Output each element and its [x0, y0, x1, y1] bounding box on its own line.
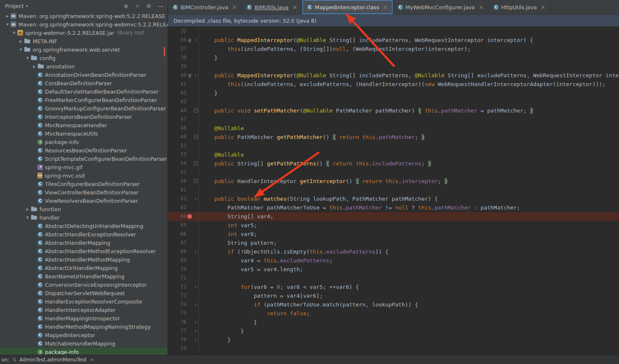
tree-item[interactable]: spring-mvc.xsd — [0, 171, 168, 180]
code-line[interactable]: 44 public void setPathMatcher(@Nullable … — [168, 106, 619, 115]
line-number[interactable]: 69 — [168, 256, 186, 265]
line-number[interactable]: 39 — [168, 62, 186, 71]
tree-item[interactable]: DefaultServletHandlerBeanDefinitionParse… — [0, 87, 168, 96]
line-number[interactable]: 78 — [168, 335, 186, 344]
folded-region-icon[interactable] — [194, 161, 198, 165]
code-line[interactable]: 70 var5 = var4.length; — [168, 265, 619, 274]
tree-item[interactable]: ViewResolversBeanDefinitionParser — [0, 196, 168, 205]
chevron-expanded-icon[interactable]: ▼ — [24, 56, 31, 60]
line-number[interactable]: 49 — [168, 133, 186, 141]
code-line[interactable]: 68∨ if (!ObjectUtils.isEmpty(this.exclud… — [168, 247, 619, 256]
tab-close-icon[interactable]: × — [232, 4, 237, 10]
code-line[interactable]: 61 — [168, 186, 619, 194]
code-area[interactable]: 3536@∨ public MappedInterceptor(@Nullabl… — [168, 26, 619, 355]
editor-tab[interactable]: BIMController.java× — [168, 0, 242, 14]
folded-region-icon[interactable] — [194, 179, 198, 183]
tree-item[interactable]: ScriptTemplateConfigurerBeanDefinitionPa… — [0, 155, 168, 163]
code-line[interactable]: 69 var4 = this.excludePatterns; — [168, 256, 619, 265]
breakpoint-icon[interactable] — [187, 214, 192, 219]
project-view-selector[interactable]: Project ▾ — [5, 3, 28, 9]
line-number[interactable]: 53 — [168, 150, 186, 159]
tab-close-icon[interactable]: × — [292, 4, 297, 10]
fold-open-icon[interactable]: ∨ — [193, 300, 198, 309]
tree-item[interactable]: ViewControllerBeanDefinitionParser — [0, 188, 168, 196]
tree-item[interactable]: CorsBeanDefinitionParser — [0, 79, 168, 87]
tree-item[interactable]: AbstractHandlerMethodMapping — [0, 255, 168, 264]
folded-region-icon[interactable] — [194, 108, 198, 113]
line-number[interactable]: 75 — [168, 309, 186, 318]
line-number[interactable]: 36 — [168, 36, 186, 45]
tree-item[interactable]: ResourcesBeanDefinitionParser — [0, 146, 168, 155]
code-line[interactable]: 53 @Nullable — [168, 150, 619, 159]
chevron-collapsed-icon[interactable]: ▶ — [18, 39, 24, 43]
tree-item[interactable]: ConversionServiceExposingInterceptor — [0, 280, 168, 289]
line-number[interactable]: 38 — [168, 53, 186, 62]
code-line[interactable]: 65 int var5; — [168, 221, 619, 230]
line-number[interactable]: 70 — [168, 265, 186, 274]
fold-open-icon[interactable]: ∨ — [193, 283, 198, 291]
code-line[interactable]: 39 — [168, 62, 619, 71]
close-icon[interactable]: × — [89, 356, 94, 363]
code-line[interactable]: 48 @Nullable — [168, 124, 619, 133]
line-number[interactable]: 42 — [168, 89, 186, 97]
tree-item[interactable]: GroovyMarkupConfigurerBeanDefinitionPars… — [0, 104, 168, 113]
fold-open-icon[interactable]: ∨ — [193, 71, 198, 80]
tree-item[interactable]: ▼spring-webmvc-5.2.2.RELEASE.jarlibrary … — [0, 29, 168, 37]
code-line[interactable]: 67 String pattern; — [168, 238, 619, 247]
line-number[interactable]: 61 — [168, 186, 186, 194]
chevron-expanded-icon[interactable]: ▼ — [4, 23, 10, 26]
line-number[interactable]: 37 — [168, 45, 186, 53]
code-line[interactable]: 41 this(includePatterns, excludePatterns… — [168, 80, 619, 89]
code-line[interactable]: 54 public String[] getPathPatterns() { r… — [168, 159, 619, 168]
chevron-collapsed-icon[interactable]: ▶ — [4, 14, 10, 18]
code-line[interactable]: 64 String[] var4; — [168, 212, 619, 221]
tree-item[interactable]: ▼org.springframework.web.servlet — [0, 45, 168, 54]
code-line[interactable]: 37 this(includePatterns, (String[])null,… — [168, 45, 619, 53]
code-line[interactable]: 78∧ } — [168, 335, 619, 344]
line-number[interactable]: 67 — [168, 238, 186, 247]
code-line[interactable]: 66 int var6; — [168, 230, 619, 238]
tree-item[interactable]: FreeMarkerConfigurerBeanDefinitionParser — [0, 96, 168, 104]
line-number[interactable]: 40 — [168, 71, 186, 80]
line-number[interactable]: 58 — [168, 177, 186, 186]
fold-end-icon[interactable]: ∧ — [193, 327, 198, 335]
tab-close-icon[interactable]: × — [479, 4, 484, 10]
tree-item[interactable]: ▼handler — [0, 213, 168, 222]
chevron-expanded-icon[interactable]: ▼ — [18, 48, 24, 52]
code-line[interactable]: 77∧ } — [168, 327, 619, 335]
line-number[interactable]: 79 — [168, 344, 186, 353]
code-line[interactable]: 57 — [168, 168, 619, 177]
line-number[interactable]: 71 — [168, 274, 186, 283]
settings-gear-icon[interactable]: ⚙ — [146, 3, 151, 9]
hide-panel-icon[interactable]: — — [158, 3, 163, 9]
line-number[interactable]: 64 — [168, 212, 186, 221]
run-config-label[interactable]: AdminTest.adminMenuTest — [19, 357, 87, 363]
tree-item[interactable]: MvcNamespaceHandler — [0, 121, 168, 129]
fold-open-icon[interactable]: ∨ — [193, 36, 198, 45]
tree-item[interactable]: ▶function — [0, 205, 168, 213]
code-line[interactable]: 62∨ public boolean matches(String lookup… — [168, 194, 619, 203]
fold-open-icon[interactable]: ∨ — [193, 194, 198, 203]
tree-item[interactable]: ▼Maven: org.springframework:spring-webmv… — [0, 20, 168, 29]
tree-item[interactable]: MvcNamespaceUtils — [0, 129, 168, 138]
code-line[interactable]: 74∨ if (pathMatcherToUse.match(pattern, … — [168, 300, 619, 309]
tree-item[interactable]: package-info — [0, 348, 168, 355]
line-number[interactable]: 54 — [168, 159, 186, 168]
line-number[interactable]: 48 — [168, 124, 186, 133]
tree-item[interactable]: ▶META-INF — [0, 37, 168, 45]
tree-item[interactable]: AbstractHandlerExceptionResolver — [0, 230, 168, 238]
code-line[interactable]: 47 — [168, 115, 619, 124]
code-line[interactable]: 79 — [168, 344, 619, 353]
tree-item[interactable]: DispatcherServletWebRequest — [0, 289, 168, 297]
tree-item[interactable]: AnnotationDrivenBeanDefinitionParser — [0, 71, 168, 79]
tree-item[interactable]: HandlerExceptionResolverComposite — [0, 297, 168, 306]
code-line[interactable]: 40@∨ public MappedInterceptor(@Nullable … — [168, 71, 619, 80]
tree-item[interactable]: AbstractDetectingUrlHandlerMapping — [0, 222, 168, 230]
code-line[interactable]: 35 — [168, 27, 619, 36]
tree-item[interactable]: MappedInterceptor — [0, 331, 168, 339]
code-line[interactable]: 72∨ for(var6 = 0; var6 < var5; ++var6) { — [168, 283, 619, 291]
code-line[interactable]: 71 — [168, 274, 619, 283]
editor-tab[interactable]: BIMUtils.java× — [242, 0, 302, 14]
chevron-expanded-icon[interactable]: ▼ — [11, 31, 17, 35]
chevron-collapsed-icon[interactable]: ▶ — [24, 207, 31, 211]
